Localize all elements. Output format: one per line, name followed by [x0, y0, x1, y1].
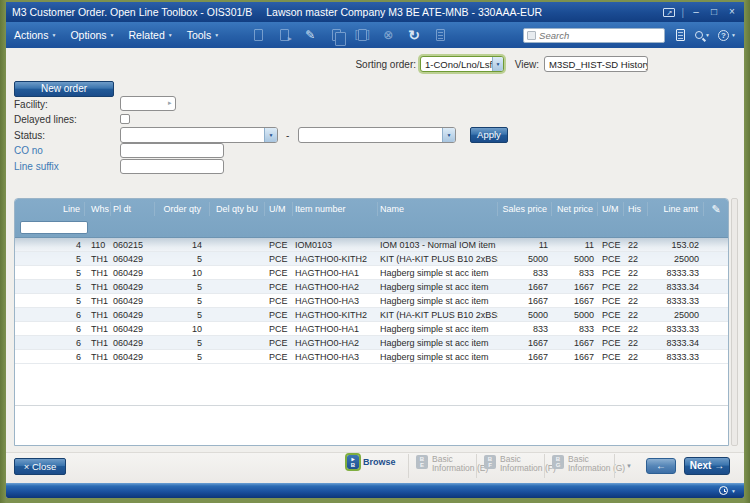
delete-icon: ⊗	[383, 29, 393, 41]
panel-basic-information-e[interactable]: BE BasicInformation (E)	[416, 455, 488, 473]
sorting-order-label: Sorting order:	[355, 59, 416, 70]
print-button[interactable]	[433, 28, 447, 43]
edit-record-button[interactable]: ✎	[303, 28, 317, 43]
col-order-qty[interactable]: Order qty	[155, 202, 210, 216]
window-frame: M3 Customer Order. Open Line Toolbox - O…	[0, 0, 750, 503]
col-his[interactable]: His	[624, 202, 648, 216]
table-cell: 5	[15, 254, 85, 264]
close-button[interactable]: × Close	[14, 458, 66, 475]
delayed-lines-label: Delayed lines:	[14, 114, 77, 125]
co-no-input[interactable]	[120, 143, 224, 158]
table-cell: 5	[155, 310, 210, 320]
col-whs[interactable]: Whs	[85, 202, 111, 216]
table-row[interactable]: 6TH10604295PCEHAGTHO0-KITH2KIT (HA-KIT P…	[15, 308, 728, 322]
table-cell: 14	[155, 240, 210, 250]
table-cell: 5000	[552, 310, 598, 320]
line-suffix-input[interactable]	[120, 159, 224, 174]
new-record-button[interactable]	[251, 28, 265, 43]
clock-icon[interactable]	[719, 486, 728, 495]
display-record-button[interactable]	[355, 28, 369, 43]
table-cell: 8333.33	[648, 352, 704, 362]
menu-options[interactable]: Options▼	[70, 29, 114, 41]
col-line-amt[interactable]: Line amt	[648, 202, 704, 216]
table-row[interactable]: 5TH10604295PCEHAGTHO0-KITH2KIT (HA-KIT P…	[15, 252, 728, 266]
menu-actions[interactable]: Actions▼	[14, 29, 56, 41]
table-cell: 1667	[498, 352, 552, 362]
col-del-qty-bu[interactable]: Del qty bU	[210, 202, 265, 216]
table-cell: PCE	[598, 240, 624, 250]
help-menu-button[interactable]: ?▼	[718, 30, 736, 41]
next-button[interactable]: Next →	[684, 457, 730, 475]
table-cell: 833	[552, 324, 598, 334]
table-cell: 5	[155, 296, 210, 306]
table-cell: 5	[15, 282, 85, 292]
line-filter-input[interactable]	[20, 221, 88, 234]
notes-button[interactable]	[673, 28, 687, 43]
table-cell: 833	[498, 324, 552, 334]
table-row[interactable]: 411006021514PCEIOM0103IOM 0103 - Normal …	[15, 238, 728, 252]
zoom-menu-button[interactable]: ▼	[695, 31, 710, 39]
col-item-number[interactable]: Item number	[293, 202, 378, 216]
delete-record-button[interactable]: ⊗	[381, 28, 395, 43]
table-cell: 5000	[552, 254, 598, 264]
footer-divider	[408, 454, 409, 478]
minimize-button[interactable]: –	[690, 7, 702, 17]
search-input[interactable]	[539, 30, 657, 41]
panel-browse[interactable]: ▸B Browse	[347, 455, 396, 469]
sorting-order-select[interactable]: 1-COno/Lno/Lsf ▼	[420, 56, 504, 72]
table-row[interactable]: 5TH10604295PCEHAGTHO0-HA2Hagberg simple …	[15, 280, 728, 294]
status-to-select[interactable]: ▼	[298, 127, 456, 143]
table-cell: 060429	[111, 352, 155, 362]
table-cell: 1667	[552, 296, 598, 306]
copy-record-button[interactable]	[329, 28, 343, 43]
table-cell: 833	[498, 268, 552, 278]
chevron-down-icon: ▼	[168, 32, 173, 38]
new-order-button[interactable]: New order	[14, 81, 114, 97]
table-row[interactable]: 6TH106042910PCEHAGTHO0-HA1Hagberg simple…	[15, 322, 728, 336]
table-row[interactable]: 6TH10604295PCEHAGTHO0-HA2Hagberg simple …	[15, 336, 728, 350]
menu-related[interactable]: Related▼	[129, 29, 173, 41]
menu-tools[interactable]: Tools▼	[187, 29, 219, 41]
table-cell: PCE	[265, 240, 293, 250]
table-cell: 6	[15, 352, 85, 362]
col-um-1[interactable]: U/M	[265, 202, 293, 216]
view-select[interactable]: M3SD_HIST-SD History ▼	[544, 56, 648, 72]
edit-column-pencil-icon[interactable]: ✎	[704, 202, 728, 216]
table-cell: 6	[15, 310, 85, 320]
chevron-down-icon[interactable]: ▼	[731, 488, 736, 494]
table-cell: Hagberg simple st acc item	[378, 268, 498, 278]
close-window-button[interactable]: ×	[726, 7, 738, 17]
table-row[interactable]: 6TH10604295PCEHAGTHO0-HA3Hagberg simple …	[15, 350, 728, 364]
col-net-price[interactable]: Net price	[552, 202, 598, 216]
table-cell: 11	[498, 240, 552, 250]
table-cell: 22	[624, 310, 648, 320]
col-pl-dt[interactable]: Pl dt	[111, 202, 155, 216]
table-cell: 22	[624, 338, 648, 348]
col-sales-price[interactable]: Sales price	[498, 202, 552, 216]
refresh-button[interactable]: ↻	[407, 28, 421, 43]
vertical-scrollbar[interactable]	[731, 198, 738, 446]
basic-information-f-icon: BF	[484, 455, 496, 469]
line-suffix-label[interactable]: Line suffix	[14, 161, 59, 172]
status-label: Status:	[14, 130, 45, 141]
popout-icon[interactable]: ↗	[663, 8, 675, 17]
col-name[interactable]: Name	[378, 202, 498, 216]
table-cell: Hagberg simple st acc item	[378, 324, 498, 334]
more-panels-dropdown[interactable]: ▼	[626, 463, 632, 469]
table-cell: 1667	[552, 338, 598, 348]
back-button[interactable]: ←	[646, 458, 676, 474]
table-row[interactable]: 5TH106042910PCEHAGTHO0-HA1Hagberg simple…	[15, 266, 728, 280]
co-no-label[interactable]: CO no	[14, 145, 43, 156]
maximize-button[interactable]: □	[708, 7, 720, 17]
table-cell: 5	[155, 254, 210, 264]
table-row[interactable]: 5TH10604295PCEHAGTHO0-HA3Hagberg simple …	[15, 294, 728, 308]
col-line[interactable]: Line	[15, 202, 85, 216]
apply-button[interactable]: Apply	[470, 127, 508, 143]
col-um-2[interactable]: U/M	[598, 202, 624, 216]
status-from-select[interactable]: ▼	[120, 127, 278, 143]
table-cell: 5	[15, 296, 85, 306]
browse-arrow-icon[interactable]: ▸	[168, 99, 172, 107]
open-record-button[interactable]	[277, 28, 291, 43]
chevron-down-icon: ▼	[214, 32, 219, 38]
delayed-lines-checkbox[interactable]	[120, 114, 130, 124]
